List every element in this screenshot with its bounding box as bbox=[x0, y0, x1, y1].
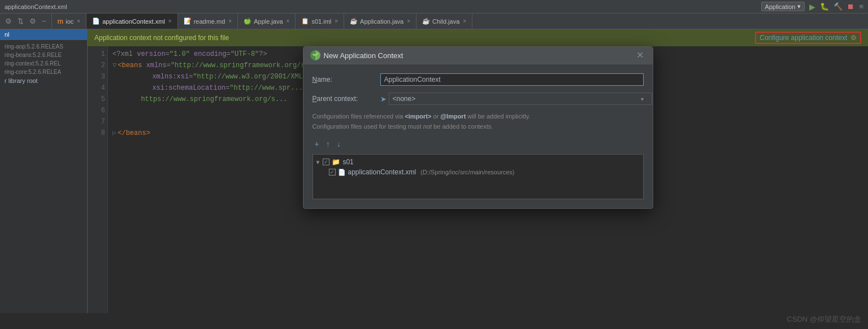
tree-checkbox-applicationcontext[interactable]: ✓ bbox=[329, 169, 336, 176]
tab-close-apple[interactable]: × bbox=[287, 18, 290, 24]
line-numbers: 1 2 3 4 5 6 7 8 bbox=[88, 46, 108, 313]
tab-label-child: Child.java bbox=[432, 18, 459, 25]
stop-button[interactable]: ⏹ bbox=[847, 2, 854, 11]
title-bar: applicationContext.xml Application ▾ ▶ 🐛… bbox=[0, 0, 868, 14]
lib-label-aop: ring-aop:5.2.6.RELEAS bbox=[5, 43, 63, 50]
dialog-close-button[interactable]: ✕ bbox=[634, 51, 646, 60]
lib-item-context[interactable]: ring-context:5.2.6.REL bbox=[0, 59, 87, 68]
name-label: Name: bbox=[313, 76, 380, 84]
main-layout: nl ring-aop:5.2.6.RELEAS ring-beans:5.2.… bbox=[0, 29, 868, 313]
tabs-bar: ⚙ ⇅ ⚙ − m ioc × 📄 applicationContext.xml… bbox=[0, 14, 868, 29]
debug-button[interactable]: 🐛 bbox=[820, 2, 829, 11]
arrow-right-icon: ➤ bbox=[380, 95, 387, 103]
move-up-button[interactable]: ↑ bbox=[324, 138, 332, 150]
configure-link[interactable]: Configure application context bbox=[760, 34, 847, 42]
tab-apple[interactable]: 🍏 Apple.java × bbox=[238, 14, 296, 29]
dialog-body: Name: Parent context: ➤ <none> bbox=[303, 64, 653, 208]
tab-icon-apple: 🍏 bbox=[244, 17, 251, 25]
notification-bar: Application context not configured for t… bbox=[88, 29, 868, 46]
sidebar-item-nl[interactable]: nl bbox=[0, 29, 87, 40]
lib-label-root: r library root bbox=[5, 77, 38, 84]
dialog-toolbar: + ↑ ↓ bbox=[313, 138, 644, 150]
tab-icon-md: 📝 bbox=[184, 17, 192, 25]
settings-icon[interactable]: ⚙ bbox=[3, 16, 14, 27]
tab-icon-s01: 📋 bbox=[301, 17, 309, 25]
name-input[interactable] bbox=[380, 73, 644, 86]
more-button[interactable]: ≡ bbox=[859, 2, 863, 11]
minus-icon[interactable]: − bbox=[40, 16, 48, 27]
lib-item-aop[interactable]: ring-aop:5.2.6.RELEAS bbox=[0, 42, 87, 51]
tab-readme[interactable]: 📝 readme.md × bbox=[178, 14, 238, 29]
dialog-tree: ▼ ✓ 📁 s01 ✓ 📄 applicationContext.xml (D:… bbox=[313, 154, 644, 199]
tab-close-applicationcontext[interactable]: × bbox=[168, 18, 172, 24]
tree-label-s01: s01 bbox=[342, 158, 353, 166]
tab-child[interactable]: ☕ Child.java × bbox=[416, 14, 472, 29]
tab-ioc[interactable]: m ioc × bbox=[52, 14, 87, 29]
new-application-context-dialog: 🌱 New Application Context ✕ Name: bbox=[303, 46, 653, 209]
tab-s01[interactable]: 📋 s01.iml × bbox=[296, 14, 344, 29]
lib-item-core[interactable]: ring-core:5.2.6.RELEA bbox=[0, 68, 87, 76]
sidebar-item-label-nl: nl bbox=[5, 31, 10, 38]
tree-item-applicationcontext[interactable]: ✓ 📄 applicationContext.xml (D:/Spring/io… bbox=[315, 167, 641, 177]
tab-close-application[interactable]: × bbox=[407, 18, 410, 24]
hint-at-import: @Import bbox=[440, 113, 466, 120]
tree-checkbox-s01[interactable]: ✓ bbox=[323, 159, 329, 165]
tab-applicationcontext[interactable]: 📄 applicationContext.xml × bbox=[86, 14, 178, 29]
notification-right: Configure application context ⚙ bbox=[755, 32, 861, 44]
expand-icon[interactable]: ⇅ bbox=[16, 16, 25, 27]
hint-text-1: Configuration files referenced via bbox=[313, 113, 405, 120]
spring-icon: 🌱 bbox=[310, 50, 320, 60]
tab-close-ioc[interactable]: × bbox=[77, 18, 80, 24]
hint-not: not bbox=[423, 123, 432, 130]
build-button[interactable]: 🔨 bbox=[834, 2, 843, 11]
run-button[interactable]: ▶ bbox=[809, 2, 815, 11]
tab-close-s01[interactable]: × bbox=[335, 18, 338, 24]
title-filename: applicationContext.xml bbox=[5, 3, 67, 10]
title-bar-left: applicationContext.xml bbox=[5, 3, 67, 10]
gear2-icon[interactable]: ⚙ bbox=[28, 16, 38, 27]
dialog-title-text: New Application Context bbox=[324, 51, 403, 60]
lib-item-beans[interactable]: ring-beans:5.2.6.RELE bbox=[0, 51, 87, 59]
tab-icon-ioc: m bbox=[58, 17, 64, 25]
sidebar: nl ring-aop:5.2.6.RELEAS ring-beans:5.2.… bbox=[0, 29, 88, 313]
hint-will: will be added implicitly. bbox=[466, 113, 530, 120]
parent-context-label: Parent context: bbox=[313, 95, 380, 103]
dialog-title: 🌱 New Application Context bbox=[310, 50, 403, 60]
tab-label-readme: readme.md bbox=[194, 18, 225, 25]
parent-context-row: Parent context: ➤ <none> ▾ bbox=[313, 93, 644, 105]
parent-context-select[interactable]: <none> bbox=[389, 93, 652, 105]
dialog-hint: Configuration files referenced via <impo… bbox=[313, 112, 644, 131]
lib-item-root[interactable]: r library root bbox=[0, 76, 87, 85]
tab-close-child[interactable]: × bbox=[463, 18, 466, 24]
folder-icon: 📁 bbox=[332, 158, 340, 166]
add-file-button[interactable]: + bbox=[313, 138, 322, 150]
app-label: Application bbox=[765, 3, 796, 10]
dialog-title-bar: 🌱 New Application Context ✕ bbox=[303, 47, 653, 64]
tab-label-application: Application.java bbox=[360, 18, 403, 25]
sidebar-libs: ring-aop:5.2.6.RELEAS ring-beans:5.2.6.R… bbox=[0, 40, 87, 313]
csdn-watermark: CSDN @仰望星空的盒 bbox=[787, 314, 861, 324]
app-dropdown[interactable]: Application ▾ bbox=[761, 2, 805, 11]
name-label-rest: ame: bbox=[317, 76, 332, 84]
tree-expand-icon: ▼ bbox=[315, 159, 321, 165]
tab-icon-xml: 📄 bbox=[92, 17, 100, 25]
hint-import: <import> bbox=[405, 113, 431, 120]
lib-label-beans: ring-beans:5.2.6.RELE bbox=[5, 52, 62, 58]
tree-item-s01[interactable]: ▼ ✓ 📁 s01 bbox=[315, 157, 641, 167]
hint-or: or bbox=[431, 113, 440, 120]
tab-application[interactable]: ☕ Application.java × bbox=[344, 14, 416, 29]
tab-icon-application: ☕ bbox=[350, 17, 358, 25]
tab-close-readme[interactable]: × bbox=[228, 18, 232, 24]
parent-context-select-wrap: ➤ <none> ▾ bbox=[380, 93, 644, 105]
tree-path-applicationcontext: (D:/Spring/ioc/src/main/resources) bbox=[420, 169, 514, 176]
parent-context-label-rest: arent context: bbox=[317, 95, 358, 103]
name-row: Name: bbox=[313, 73, 644, 86]
notification-gear-icon[interactable]: ⚙ bbox=[850, 34, 857, 42]
tab-label-applicationcontext: applicationContext.xml bbox=[102, 18, 165, 25]
lib-label-core: ring-core:5.2.6.RELEA bbox=[5, 69, 61, 75]
xml-file-icon: 📄 bbox=[338, 169, 346, 176]
editor-area: Application context not configured for t… bbox=[88, 29, 868, 313]
watermark-text: CSDN @仰望星空的盒 bbox=[787, 315, 861, 323]
move-down-button[interactable]: ↓ bbox=[335, 138, 343, 150]
notification-message: Application context not configured for t… bbox=[94, 34, 229, 42]
